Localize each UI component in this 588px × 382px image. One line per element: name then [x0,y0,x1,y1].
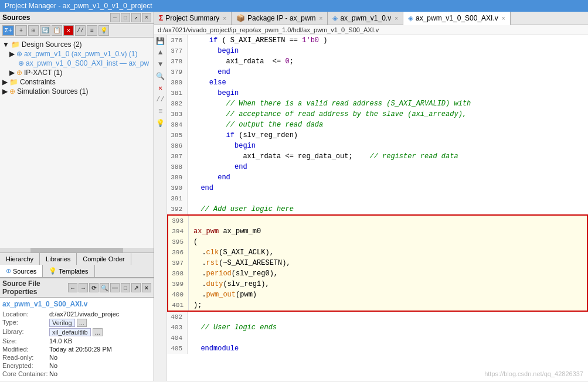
file-tab-icon: ◈ [408,14,413,22]
btn9[interactable]: 💡 [98,25,109,36]
tab-compile-order[interactable]: Compile Order [77,253,131,265]
code-line-377: 377 begin [167,46,588,56]
tab-label: Project Summary [165,14,219,22]
margin-icon-arrow-down[interactable]: ▼ [156,60,165,69]
sources-toolbar: Sources — □ ↗ × [0,12,154,24]
tab-close-btn[interactable]: × [502,15,505,22]
folder-icon: ⊕ [9,87,15,95]
minimize-btn[interactable]: — [110,13,120,22]
tab-axpwm-s00-axi[interactable]: ◈ ax_pwm_v1_0_S00_AXI.v × [403,12,511,25]
code-line-382: 382 // When there is a valid read addres… [167,98,588,109]
props-search-btn[interactable]: 🔍 [100,283,109,292]
code-line-388: 388 end [167,162,588,172]
tree-sim-sources[interactable]: ▶ ⊕ Simulation Sources (1) [0,87,154,96]
library-btn[interactable]: ... [93,328,103,336]
sources-subtab-icon: ⊕ [6,267,11,275]
margin-icon-list[interactable]: ≡ [156,107,165,116]
margin-icon-save[interactable]: 💾 [156,36,165,46]
type-dropdown[interactable]: Verilog [49,319,75,327]
margin-icon-bulb[interactable]: 💡 [156,118,165,128]
main-container: Sources — □ ↗ × Σ+ + ⊞ 🔄 📋 ✕ // ≡ 💡 ▼ 📁 [0,12,588,381]
tab-package-ip[interactable]: 📦 Package IP - ax_pwm × [232,12,328,25]
editor-container: 💾 ▲ ▼ 🔍 ✕ // ≡ 💡 376 if ( S_AXI_ARESETN … [154,35,588,381]
tree-item-label: Design Sources (2) [22,40,82,49]
props-refresh-btn[interactable]: ⟳ [89,283,98,292]
code-line-400: 400 .pwm_out(pwm) [168,289,587,300]
code-line-402: 402 [167,312,588,322]
tree-design-sources[interactable]: ▼ 📁 Design Sources (2) [0,40,154,49]
prop-location: Location: d:/ax7021/vivado_projec [2,311,151,318]
add-sources-icon[interactable]: Σ+ [2,25,14,36]
subtab-templates[interactable]: 💡 Templates [43,265,94,277]
tree-item-label: Constraints [20,78,56,86]
type-btn[interactable]: ... [77,319,87,327]
btn6[interactable]: ✕ [63,25,74,36]
subtab-sources[interactable]: ⊕ Sources [0,265,43,277]
float-btn[interactable]: ↗ [131,13,141,22]
tab-hierarchy[interactable]: Hierarchy [0,253,40,265]
tab-close-btn[interactable]: × [395,15,398,22]
props-float-btn[interactable]: ↗ [131,283,141,292]
tree-ipxact[interactable]: ▶ ⊕ IP-XACT (1) [0,68,154,77]
prop-encrypted: Encrypted: No [2,362,151,369]
horiz-scrollbar-thumb[interactable] [30,248,123,253]
tree-axpwm-s00[interactable]: ⊕ ax_pwm_v1_0_S00_AXI_inst — ax_pw [0,59,154,68]
props-back-btn[interactable]: ← [68,283,77,292]
prop-size: Size: 14.0 KB [2,337,151,345]
code-editor[interactable]: 376 if ( S_AXI_ARESETN == 1'b0 ) 377 beg… [167,35,588,381]
code-line-390: 390 end [167,183,588,193]
prop-encrypted-label: Encrypted: [2,362,49,369]
btn7[interactable]: // [75,25,86,36]
code-line-384: 384 // output the read dada [167,120,588,130]
tree-constraints[interactable]: ▶ 📁 Constraints [0,77,154,87]
prop-size-value: 14.0 KB [49,337,151,345]
left-panel: Sources — □ ↗ × Σ+ + ⊞ 🔄 📋 ✕ // ≡ 💡 ▼ 📁 [0,12,154,381]
margin-icon-cross[interactable]: ✕ [156,83,165,93]
code-line-394: 394 ax_pwm ax_pwm_m0 [168,226,587,237]
expand-icon: ▼ [2,40,9,49]
maximize-btn[interactable]: □ [121,13,130,22]
expand-icon: ▶ [9,69,15,77]
code-line-392: 392 // Add user logic here [167,204,588,214]
props-close-btn[interactable]: × [142,283,151,292]
btn3[interactable]: ⊞ [28,25,39,36]
prop-size-label: Size: [2,337,49,345]
props-forward-btn[interactable]: → [79,283,88,292]
title-bar: Project Manager - ax_pwm_v1_0_v1_0_proje… [0,0,588,12]
props-minimize-btn[interactable]: — [110,283,120,292]
margin-icon-arrow-up[interactable]: ▲ [156,48,165,57]
btn4[interactable]: 🔄 [40,25,50,36]
code-line-376: 376 if ( S_AXI_ARESETN == 1'b0 ) [167,35,588,46]
libraries-label: Libraries [46,255,70,262]
margin-icon-slash[interactable]: // [156,95,165,104]
hierarchy-label: Hierarchy [6,255,33,262]
sub-tab-bar: ⊕ Sources 💡 Templates [0,265,154,278]
btn5[interactable]: 📋 [52,25,62,36]
file-icon: ⊕ [18,59,24,67]
tab-close-btn[interactable]: × [320,15,323,22]
code-line-399: 399 .duty(slv_reg1), [168,279,587,289]
add-ip-icon[interactable]: + [15,25,27,36]
margin-icon-search[interactable]: 🔍 [156,71,165,81]
highlight-region: 393 394 ax_pwm ax_pwm_m0 395 ( 396 [167,214,588,312]
expand-icon: ▶ [9,50,15,58]
btn8[interactable]: ≡ [87,25,97,36]
tab-close-btn[interactable]: × [223,15,226,22]
sigma-icon: Σ [159,14,163,22]
file-tab-icon: ◈ [332,14,338,22]
tab-axpwm-v10[interactable]: ◈ ax_pwm_v1_0.v × [328,12,403,25]
file-icon: ⊕ [16,50,22,58]
expand-icon: ▶ [2,87,8,95]
tab-libraries[interactable]: Libraries [40,253,77,265]
horiz-scrollbar-track[interactable] [0,248,154,253]
left-tab-bar: Hierarchy Libraries Compile Order [0,253,154,265]
prop-readonly-value: No [49,354,151,361]
sources-tree: ▼ 📁 Design Sources (2) ▶ ⊕ ax_pwm_v1_0 (… [0,37,154,248]
tab-project-summary[interactable]: Σ Project Summary × [154,12,232,25]
tree-axpwm-v10[interactable]: ▶ ⊕ ax_pwm_v1_0 (ax_pwm_v1_0.v) (1) [0,49,154,59]
code-line-380: 380 else [167,77,588,88]
close-btn[interactable]: × [142,13,151,22]
prop-encrypted-value: No [49,362,151,369]
props-maximize-btn[interactable]: □ [121,283,130,292]
library-dropdown[interactable]: xil_defaultlib [49,328,91,336]
